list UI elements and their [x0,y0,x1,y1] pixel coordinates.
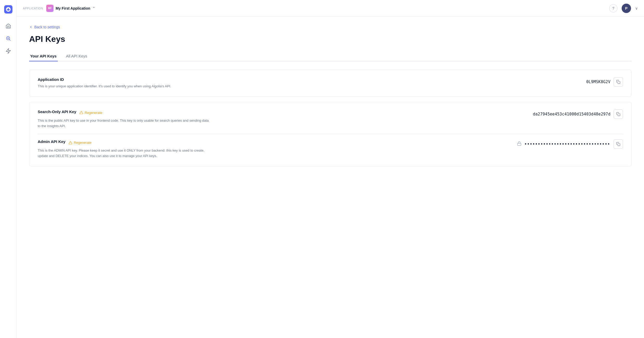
card-divider [38,134,623,134]
warning-icon [80,111,83,114]
sidebar [0,0,17,338]
application-id-card-row: Application ID This is your unique appli… [38,77,623,89]
search-only-key-title: Search-Only API Key [38,109,76,114]
app-avatar: MF [46,5,54,12]
search-only-key-description: This is the public API key to use in you… [38,118,209,129]
user-menu-chevron-icon[interactable]: ∨ [635,6,638,10]
search-only-key-left: Search-Only API Key Regenerate This is t… [38,109,524,129]
application-id-description: This is your unique application identifi… [38,84,209,89]
lock-icon [517,141,522,147]
lock-svg [517,141,522,146]
help-button[interactable]: ? [609,4,617,12]
admin-key-title-row: Admin API Key Regenerate [38,139,509,146]
svg-line-3 [9,40,10,41]
svg-rect-12 [618,144,620,146]
tabs-container: Your API Keys All API Keys [29,51,632,61]
back-link-label: Back to settings [34,25,60,29]
tab-all-api-keys[interactable]: All API Keys [65,51,88,61]
copy-icon [616,80,620,84]
application-id-title: Application ID [38,77,578,82]
admin-key-description: This is the ADMIN API key. Please keep i… [38,148,209,159]
admin-regenerate-label: Regenerate [74,141,91,145]
topbar: Application MF My First Application ⌃ ? … [17,0,644,17]
svg-marker-4 [6,49,10,53]
application-id-value: 0L9MSK8G2V [586,80,610,84]
search-only-key-right: da27945ee453c41000d15403d48e297d [533,109,623,119]
application-id-card-right: 0L9MSK8G2V [586,77,623,87]
copy-icon [616,142,620,146]
user-avatar[interactable]: P [622,4,631,13]
topbar-actions: ? P ∨ [609,4,638,13]
main-area: Application MF My First Application ⌃ ? … [17,0,644,338]
application-id-card: Application ID This is your unique appli… [29,70,632,97]
search-only-regenerate-label: Regenerate [85,111,102,115]
app-section-label: Application [23,7,43,10]
app-chevron-icon: ⌃ [92,6,95,10]
warning-icon [69,141,72,145]
admin-key-value: •••••••••••••••••••••••••••••••• [525,141,610,147]
application-id-copy-button[interactable] [614,77,623,87]
help-icon: ? [612,6,614,10]
back-to-settings-link[interactable]: Back to settings [29,25,632,29]
svg-rect-5 [618,81,620,84]
back-arrow-icon [29,25,33,29]
copy-icon [616,112,620,116]
admin-key-left: Admin API Key Regenerate This is the ADM… [38,139,509,159]
admin-regenerate-button[interactable]: Regenerate [69,141,91,145]
sidebar-item-search[interactable] [3,33,14,44]
svg-rect-8 [618,114,620,116]
application-id-card-left: Application ID This is your unique appli… [38,77,578,89]
search-only-copy-button[interactable] [614,109,623,119]
search-only-key-title-row: Search-Only API Key Regenerate [38,109,524,116]
sidebar-logo[interactable] [3,4,14,15]
admin-copy-button[interactable] [614,139,623,149]
tab-your-api-keys[interactable]: Your API Keys [29,51,58,61]
admin-key-right: •••••••••••••••••••••••••••••••• [517,139,623,149]
search-only-regenerate-button[interactable]: Regenerate [80,111,102,115]
admin-key-title: Admin API Key [38,139,65,144]
page-content: Back to settings API Keys Your API Keys … [17,17,644,338]
search-only-key-value: da27945ee453c41000d15403d48e297d [533,112,610,116]
app-selector[interactable]: MF My First Application ⌃ [46,5,95,12]
admin-key-row: Admin API Key Regenerate This is the ADM… [38,139,623,159]
sidebar-item-lightning[interactable] [3,46,14,56]
svg-point-2 [7,38,9,39]
api-keys-card: Search-Only API Key Regenerate This is t… [29,102,632,166]
svg-rect-0 [4,5,12,14]
sidebar-item-home[interactable] [3,21,14,31]
app-name: My First Application [56,6,90,10]
page-title: API Keys [29,34,632,44]
svg-rect-11 [518,143,521,145]
search-only-key-row: Search-Only API Key Regenerate This is t… [38,109,623,129]
